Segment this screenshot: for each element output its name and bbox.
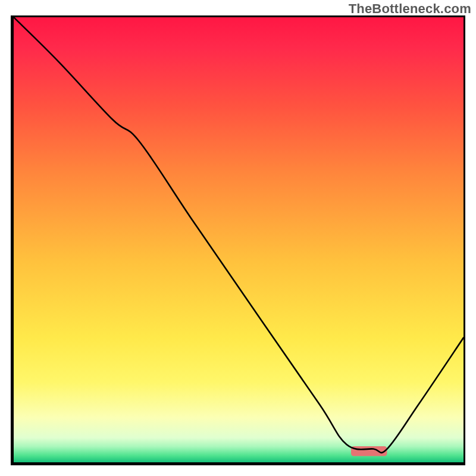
- watermark-text: TheBottleneck.com: [349, 1, 471, 17]
- plot-area: [11, 15, 465, 465]
- background-heatmap: [14, 17, 464, 462]
- optimal-marker: [351, 446, 387, 456]
- annotations-layer: [351, 446, 387, 456]
- chart-svg: [14, 17, 464, 462]
